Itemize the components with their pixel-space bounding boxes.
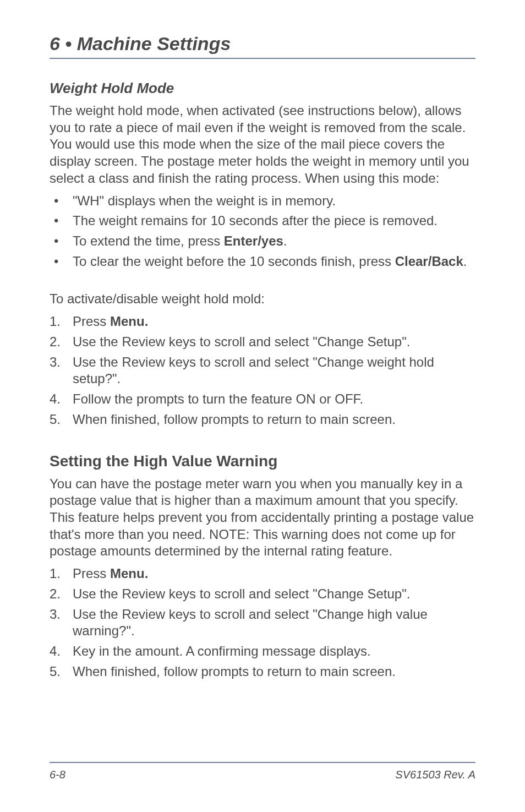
- step-text: When finished, follow prompts to return …: [73, 664, 396, 679]
- bullet-text-post: .: [283, 233, 287, 248]
- list-item: Use the Review keys to scroll and select…: [50, 606, 475, 640]
- step-text: Follow the prompts to turn the feature O…: [73, 391, 363, 406]
- section2-heading: Setting the High Value Warning: [50, 453, 475, 470]
- section1-heading: Weight Hold Mode: [50, 80, 475, 97]
- list-item: Follow the prompts to turn the feature O…: [50, 391, 475, 408]
- bullet-text-pre: To clear the weight before the 10 second…: [73, 254, 395, 269]
- title-rule: [50, 58, 475, 59]
- section1-intro: The weight hold mode, when activated (se…: [50, 102, 475, 187]
- step-text-bold: Menu.: [110, 314, 148, 329]
- section2-intro: You can have the postage meter warn you …: [50, 476, 475, 560]
- step-text: Key in the amount. A confirming message …: [73, 644, 371, 658]
- bullet-text-bold: Enter/yes: [224, 233, 283, 248]
- bullet-item: "WH" displays when the weight is in memo…: [50, 193, 475, 210]
- list-item: When finished, follow prompts to return …: [50, 411, 475, 428]
- bullet-text: The weight remains for 10 seconds after …: [73, 213, 438, 228]
- step-text: When finished, follow prompts to return …: [73, 412, 396, 427]
- section1-activate-intro: To activate/disable weight hold mold:: [50, 291, 475, 308]
- section1-bullets: "WH" displays when the weight is in memo…: [50, 193, 475, 270]
- step-text: Use the Review keys to scroll and select…: [73, 355, 434, 386]
- step-text: Use the Review keys to scroll and select…: [73, 334, 410, 349]
- bullet-item: The weight remains for 10 seconds after …: [50, 212, 475, 230]
- section1-steps: Press Menu. Use the Review keys to scrol…: [50, 313, 475, 428]
- step-text: Use the Review keys to scroll and select…: [73, 607, 428, 639]
- section2-steps: Press Menu. Use the Review keys to scrol…: [50, 565, 475, 680]
- list-item: Press Menu.: [50, 313, 475, 330]
- page-number: 6-8: [50, 769, 65, 781]
- footer-rule: [50, 762, 475, 763]
- bullet-item: To extend the time, press Enter/yes.: [50, 233, 475, 250]
- bullet-text: "WH" displays when the weight is in memo…: [73, 193, 336, 208]
- bullet-item: To clear the weight before the 10 second…: [50, 253, 475, 270]
- step-text-pre: Press: [73, 566, 110, 581]
- list-item: Use the Review keys to scroll and select…: [50, 354, 475, 388]
- list-item: Use the Review keys to scroll and select…: [50, 586, 475, 603]
- bullet-text-bold: Clear/Back: [395, 254, 463, 269]
- chapter-title: 6 • Machine Settings: [50, 33, 475, 55]
- list-item: When finished, follow prompts to return …: [50, 663, 475, 680]
- bullet-text-post: .: [463, 254, 467, 269]
- step-text-bold: Menu.: [110, 566, 148, 581]
- list-item: Key in the amount. A confirming message …: [50, 643, 475, 660]
- list-item: Press Menu.: [50, 565, 475, 582]
- step-text-pre: Press: [73, 314, 110, 329]
- doc-id: SV61503 Rev. A: [395, 769, 475, 781]
- bullet-text-pre: To extend the time, press: [73, 233, 224, 248]
- step-text: Use the Review keys to scroll and select…: [73, 586, 410, 601]
- list-item: Use the Review keys to scroll and select…: [50, 334, 475, 351]
- page-footer: 6-8 SV61503 Rev. A: [50, 762, 475, 781]
